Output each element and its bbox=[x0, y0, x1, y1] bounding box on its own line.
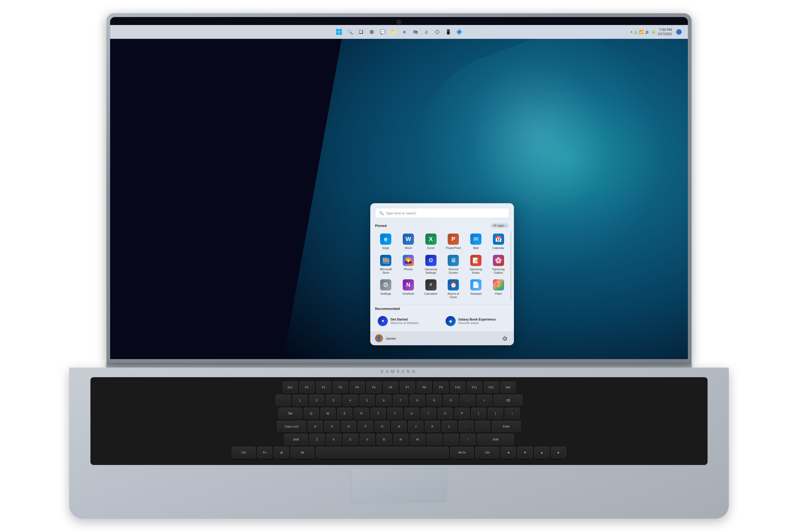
key-y[interactable]: Y bbox=[387, 407, 403, 419]
app-word[interactable]: W Word bbox=[398, 231, 419, 251]
key-a[interactable]: A bbox=[307, 421, 323, 432]
app-mail[interactable]: ✉ Mail bbox=[465, 231, 487, 251]
key-backspace[interactable]: ⌫ bbox=[493, 395, 523, 406]
app-paint[interactable]: 🎨 Paint bbox=[488, 277, 509, 301]
key-semicolon[interactable]: ; bbox=[458, 421, 474, 432]
key-w[interactable]: W bbox=[320, 407, 336, 419]
key-j[interactable]: J bbox=[408, 421, 423, 432]
key-tab[interactable]: Tab bbox=[278, 407, 302, 419]
touchpad[interactable] bbox=[351, 468, 447, 503]
key-quote[interactable]: ' bbox=[475, 421, 491, 432]
key-lbracket[interactable]: [ bbox=[471, 407, 487, 419]
app-samsung-notes[interactable]: 📝 Samsung Notes bbox=[465, 253, 487, 276]
key-ctrl-right[interactable]: Ctrl bbox=[475, 446, 499, 458]
taskbar-file-explorer[interactable]: 📁 bbox=[389, 27, 398, 37]
key-f7[interactable]: F7 bbox=[400, 381, 415, 393]
key-fn[interactable]: Fn bbox=[257, 446, 272, 458]
search-box[interactable]: 🔍 Type here to search bbox=[375, 208, 509, 218]
key-1[interactable]: 1 bbox=[292, 395, 308, 406]
tray-volume[interactable]: 🔊 bbox=[645, 30, 650, 34]
key-arrow-down[interactable]: ▼ bbox=[517, 446, 533, 458]
key-3[interactable]: 3 bbox=[326, 395, 341, 406]
key-f4[interactable]: F4 bbox=[349, 381, 365, 393]
taskbar-samsung-connect[interactable]: ⬡ bbox=[433, 27, 442, 37]
taskbar-start-button[interactable] bbox=[334, 27, 344, 37]
key-g[interactable]: G bbox=[375, 421, 390, 432]
app-ms-store[interactable]: 🏬 Microsoft Store bbox=[375, 253, 397, 276]
all-apps-button[interactable]: All apps › bbox=[490, 223, 509, 228]
key-9[interactable]: 9 bbox=[426, 395, 442, 406]
app-photos[interactable]: 🌄 Photos bbox=[398, 253, 419, 276]
taskbar-spotify[interactable]: ♫ bbox=[422, 27, 431, 37]
tray-up-arrow[interactable]: ∧ bbox=[630, 30, 633, 34]
key-shift-right[interactable]: Shift bbox=[477, 434, 514, 445]
taskbar-samsung-flow[interactable]: 🔷 bbox=[454, 27, 464, 37]
key-f5[interactable]: F5 bbox=[366, 381, 382, 393]
key-esc[interactable]: Esc bbox=[283, 381, 298, 393]
app-notepad[interactable]: 📄 Notepad bbox=[465, 277, 487, 301]
app-alarms-clock[interactable]: ⏰ Alarms & Clock bbox=[443, 277, 464, 301]
key-u[interactable]: U bbox=[404, 407, 419, 419]
taskbar-widgets[interactable]: ⊞ bbox=[367, 27, 377, 37]
key-n[interactable]: N bbox=[393, 434, 408, 445]
key-shift-left[interactable]: Shift bbox=[284, 434, 308, 445]
app-powerpoint[interactable]: P PowerPoint bbox=[443, 231, 464, 251]
key-x[interactable]: X bbox=[326, 434, 342, 445]
taskbar-task-view[interactable]: ❑ bbox=[356, 27, 366, 37]
key-7[interactable]: 7 bbox=[393, 395, 408, 406]
key-q[interactable]: Q bbox=[304, 407, 319, 419]
key-backslash[interactable]: \ bbox=[505, 407, 520, 419]
key-v[interactable]: V bbox=[360, 434, 375, 445]
app-second-screen[interactable]: 🖥 Second Screen bbox=[443, 253, 464, 276]
power-button[interactable]: ⏻ bbox=[500, 334, 509, 343]
key-windows[interactable]: ⊞ bbox=[274, 446, 289, 458]
key-f1[interactable]: F1 bbox=[299, 381, 315, 393]
key-6[interactable]: 6 bbox=[376, 395, 392, 406]
key-8[interactable]: 8 bbox=[410, 395, 425, 406]
key-ctrl-left[interactable]: Ctrl bbox=[232, 446, 255, 458]
app-samsung-settings[interactable]: ⚙ Samsung Settings bbox=[420, 253, 441, 276]
user-profile[interactable]: 👤 James bbox=[375, 334, 396, 342]
key-del[interactable]: Del bbox=[500, 381, 516, 393]
key-f12[interactable]: F12 bbox=[483, 381, 499, 393]
key-t[interactable]: T bbox=[370, 407, 386, 419]
key-i[interactable]: I bbox=[421, 407, 436, 419]
key-equals[interactable]: = bbox=[477, 395, 492, 406]
key-period[interactable]: . bbox=[443, 434, 459, 445]
key-b[interactable]: B bbox=[376, 434, 392, 445]
key-backtick[interactable]: ` bbox=[276, 395, 291, 406]
tray-wifi[interactable]: 📶 bbox=[639, 30, 643, 34]
taskbar-teams[interactable]: 💬 bbox=[378, 27, 387, 37]
key-k[interactable]: K bbox=[425, 421, 440, 432]
rec-get-started[interactable]: ✦ Get Started Welcome to Windows bbox=[375, 314, 441, 328]
rec-galaxy-book[interactable]: ◈ Galaxy Book Experience Recently added bbox=[443, 314, 509, 328]
key-0[interactable]: 0 bbox=[443, 395, 459, 406]
key-e[interactable]: E bbox=[337, 407, 353, 419]
app-excel[interactable]: X Excel bbox=[420, 231, 441, 251]
key-comma[interactable]: , bbox=[427, 434, 442, 445]
key-s[interactable]: S bbox=[324, 421, 340, 432]
key-arrow-right[interactable]: ► bbox=[551, 446, 566, 458]
key-c[interactable]: C bbox=[343, 434, 358, 445]
key-f3[interactable]: F3 bbox=[333, 381, 348, 393]
taskbar-ms-store[interactable]: 🛍 bbox=[411, 27, 420, 37]
key-caps-lock[interactable]: Caps Lock bbox=[277, 421, 306, 432]
key-r[interactable]: R bbox=[354, 407, 369, 419]
key-f2[interactable]: F2 bbox=[316, 381, 331, 393]
key-enter[interactable]: Enter bbox=[492, 421, 521, 432]
key-f11[interactable]: F11 bbox=[467, 381, 482, 393]
app-calculator[interactable]: # Calculator bbox=[420, 277, 441, 301]
app-samsung-gallery[interactable]: 🌸 Samsung Gallery bbox=[488, 253, 509, 276]
key-o[interactable]: O bbox=[438, 407, 453, 419]
taskbar-notification-icon[interactable]: 🔵 bbox=[674, 27, 684, 37]
key-f6[interactable]: F6 bbox=[383, 381, 398, 393]
app-onenote[interactable]: N OneNote bbox=[398, 277, 419, 301]
scrollbar[interactable] bbox=[510, 231, 511, 301]
key-alt-right[interactable]: Alt Gr bbox=[450, 446, 474, 458]
key-rbracket[interactable]: ] bbox=[488, 407, 503, 419]
key-arrow-up[interactable]: ▲ bbox=[534, 446, 550, 458]
key-z[interactable]: Z bbox=[309, 434, 325, 445]
key-p[interactable]: P bbox=[454, 407, 470, 419]
key-slash[interactable]: / bbox=[460, 434, 476, 445]
key-5[interactable]: 5 bbox=[359, 395, 375, 406]
